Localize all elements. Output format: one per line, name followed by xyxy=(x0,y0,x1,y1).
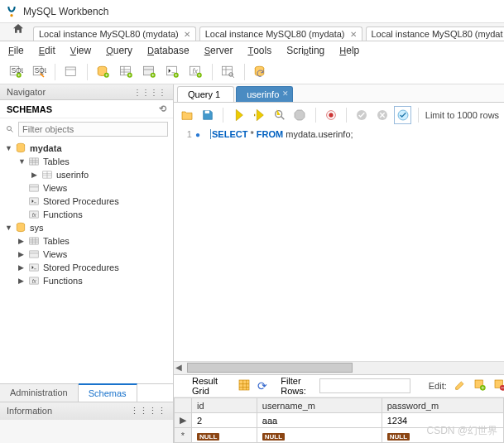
col-header-id[interactable]: id xyxy=(192,398,257,413)
commit-icon[interactable] xyxy=(353,106,371,124)
editor-area: Query 1 userinfo✕ Limit to 1000 rows 1● … xyxy=(174,84,504,443)
home-tab[interactable] xyxy=(8,22,33,41)
row-limit-label[interactable]: Limit to 1000 rows xyxy=(425,110,499,120)
scroll-thumb[interactable] xyxy=(187,363,353,373)
search-icon xyxy=(5,124,15,134)
tree-tables[interactable]: ▶Tables xyxy=(0,234,173,248)
row-indicator-new[interactable]: * xyxy=(175,428,192,443)
edit-label: Edit: xyxy=(429,381,447,391)
refresh-icon[interactable]: ⟳ xyxy=(257,379,267,392)
doc-tab-2[interactable]: Local instance MySQL80 (mydata)✕ xyxy=(199,26,362,41)
new-function-icon[interactable]: fx xyxy=(187,63,205,81)
tree-label: mydata xyxy=(30,143,62,153)
grid-icon[interactable] xyxy=(238,378,251,393)
col-header-username[interactable]: username_m xyxy=(257,398,382,413)
tree-views[interactable]: Views xyxy=(0,181,173,195)
new-sql-tab-icon[interactable]: SQL xyxy=(7,63,25,81)
svg-rect-32 xyxy=(30,264,39,271)
save-icon[interactable] xyxy=(199,106,217,124)
new-view-icon[interactable] xyxy=(141,63,159,81)
sql-identifier: mydata.userinfo xyxy=(286,129,350,139)
tab-userinfo[interactable]: userinfo✕ xyxy=(236,86,293,102)
cell[interactable]: 2 xyxy=(192,413,257,428)
tree-stored-procedures[interactable]: ▶Stored Procedures xyxy=(0,261,173,274)
filter-objects-input[interactable] xyxy=(18,122,168,137)
close-icon[interactable]: ✕ xyxy=(184,30,190,39)
col-header-password[interactable]: password_m xyxy=(382,398,503,413)
result-grid-label[interactable]: Result Grid xyxy=(185,373,224,399)
autocommit-icon[interactable] xyxy=(394,106,411,124)
sql-editor[interactable]: 1● SELECT * FROM mydata.userinfo; xyxy=(174,128,504,361)
line-number: 1 xyxy=(187,129,192,139)
menu-database[interactable]: Database xyxy=(147,45,190,56)
menu-edit[interactable]: Edit xyxy=(39,45,55,56)
svg-rect-18 xyxy=(223,66,233,75)
search-table-icon[interactable] xyxy=(219,63,238,81)
tree-db-sys[interactable]: ▼sys xyxy=(0,221,173,234)
tree-tables[interactable]: ▼Tables xyxy=(0,155,173,168)
svg-rect-6 xyxy=(65,67,75,76)
folder-views-icon xyxy=(28,182,40,194)
row-selector-header xyxy=(175,398,192,413)
rollback-icon[interactable] xyxy=(374,106,391,124)
cell[interactable]: aaa xyxy=(257,413,382,428)
tree-functions[interactable]: ▶fxFunctions xyxy=(0,274,173,287)
database-icon xyxy=(15,222,26,234)
tab-schemas[interactable]: Schemas xyxy=(79,383,137,402)
new-schema-icon[interactable] xyxy=(94,63,113,81)
tree-views[interactable]: ▶Views xyxy=(0,248,173,261)
menu-server[interactable]: Server xyxy=(204,45,233,56)
execute-current-icon[interactable] xyxy=(251,106,268,124)
explain-icon[interactable] xyxy=(271,106,288,124)
open-file-icon[interactable] xyxy=(179,106,196,124)
tree-functions[interactable]: fxFunctions xyxy=(0,208,173,221)
cell-null[interactable]: NULL xyxy=(257,428,382,443)
new-table-icon[interactable] xyxy=(118,63,136,81)
open-sql-icon[interactable]: SQL xyxy=(30,63,48,81)
scroll-left-icon[interactable]: ◀ xyxy=(175,363,182,372)
menu-file[interactable]: File xyxy=(8,45,24,56)
sql-keyword: SELECT xyxy=(212,129,247,139)
doc-tab-3[interactable]: Local instance MySQL80 (mydat xyxy=(366,26,505,41)
filter-rows-input[interactable] xyxy=(319,378,410,393)
toggle-stop-on-error-icon[interactable] xyxy=(322,106,339,124)
tab-administration[interactable]: Administration xyxy=(0,384,79,402)
delete-row-icon[interactable] xyxy=(493,378,504,393)
edit-row-icon[interactable] xyxy=(454,378,467,393)
close-icon[interactable]: ✕ xyxy=(282,89,289,98)
schema-tree[interactable]: ▼mydata ▼Tables ▶userinfo Views Stored P… xyxy=(0,140,173,383)
close-icon[interactable]: ✕ xyxy=(350,30,357,39)
execute-icon[interactable] xyxy=(230,106,247,124)
main-toolbar: SQL SQL fx xyxy=(0,60,504,84)
doc-tab-1[interactable]: Local instance MySQL80 (mydata)✕ xyxy=(33,26,196,41)
svg-rect-42 xyxy=(239,380,249,390)
menu-view[interactable]: View xyxy=(70,45,91,56)
menu-tools[interactable]: Tools xyxy=(247,45,271,56)
navigator-toggle-icon[interactable]: ⋮⋮⋮⋮ xyxy=(133,88,166,97)
row-indicator[interactable]: ▶ xyxy=(175,413,192,428)
table-icon xyxy=(41,169,53,181)
sql-text[interactable]: SELECT * FROM mydata.userinfo; xyxy=(207,129,353,361)
add-row-icon[interactable] xyxy=(473,378,487,393)
menu-scripting[interactable]: Scripting xyxy=(286,45,324,56)
new-procedure-icon[interactable] xyxy=(164,63,182,81)
tree-table-userinfo[interactable]: ▶userinfo xyxy=(0,168,173,181)
inspector-icon[interactable] xyxy=(62,63,80,81)
tree-db-mydata[interactable]: ▼mydata xyxy=(0,142,173,155)
mysql-workbench-icon xyxy=(5,5,18,18)
cell-null[interactable]: NULL xyxy=(192,428,257,443)
tab-query1[interactable]: Query 1 xyxy=(177,86,234,102)
folder-views-icon xyxy=(28,248,40,260)
menu-query[interactable]: Query xyxy=(106,45,132,56)
sql-keyword: FROM xyxy=(257,129,283,139)
result-toolbar: Result Grid ⟳ Filter Rows: Edit: xyxy=(174,374,504,397)
stop-icon[interactable] xyxy=(291,106,309,124)
horizontal-scrollbar[interactable]: ◀ xyxy=(174,361,504,374)
revert-icon[interactable] xyxy=(252,63,270,81)
window-title: MySQL Workbench xyxy=(23,6,108,17)
menu-help[interactable]: Help xyxy=(339,45,359,56)
information-toggle-icon[interactable]: ⋮⋮⋮⋮ xyxy=(130,406,166,417)
tree-stored-procedures[interactable]: Stored Procedures xyxy=(0,195,173,208)
refresh-icon[interactable]: ⟲ xyxy=(159,104,166,114)
svg-rect-23 xyxy=(30,158,39,165)
